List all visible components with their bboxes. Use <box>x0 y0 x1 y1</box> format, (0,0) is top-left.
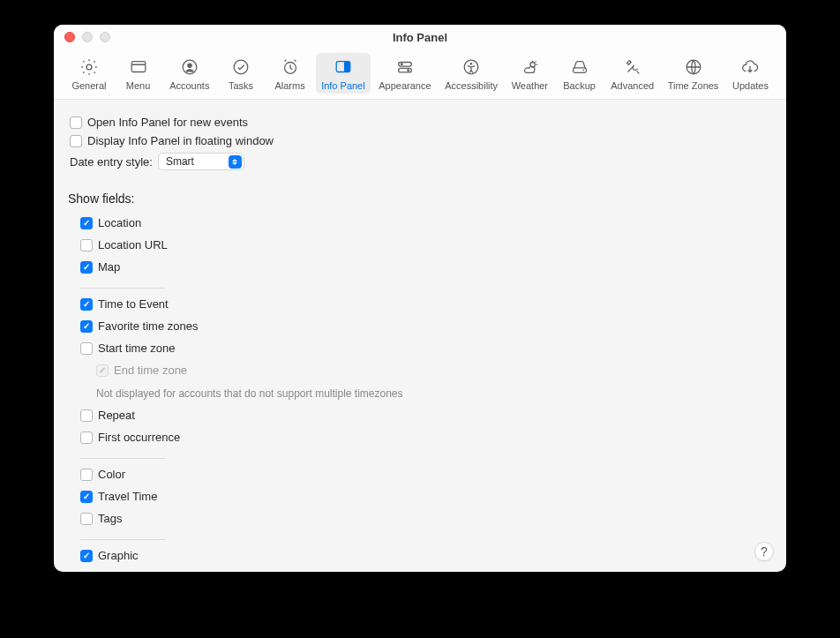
tab-label: Advanced <box>611 80 654 91</box>
location-checkbox[interactable] <box>80 217 93 229</box>
location-url-label: Location URL <box>98 238 168 251</box>
help-button[interactable]: ? <box>754 542 774 561</box>
tab-label: General <box>71 80 106 91</box>
tab-alarms[interactable]: Alarms <box>267 53 313 94</box>
date-entry-style-select[interactable]: Smart <box>158 153 244 170</box>
tab-advanced[interactable]: Advanced <box>605 53 659 94</box>
tab-label: Menu <box>126 80 151 91</box>
svg-point-3 <box>187 63 192 68</box>
preferences-window: Info Panel General Menu Accounts Tasks A… <box>54 25 786 572</box>
window-icon <box>129 56 148 78</box>
repeat-label: Repeat <box>98 409 135 422</box>
tab-general[interactable]: General <box>66 53 112 94</box>
accessibility-icon <box>461 56 481 78</box>
tab-backup[interactable]: Backup <box>557 53 603 94</box>
tab-appearance[interactable]: Appearance <box>373 53 436 94</box>
titlebar: Info Panel <box>54 25 786 49</box>
user-circle-icon <box>180 56 199 78</box>
window-title: Info Panel <box>54 31 786 44</box>
tab-label: Backup <box>563 80 596 91</box>
attachments-checkbox[interactable] <box>80 572 93 573</box>
attachments-label: Attachments <box>98 571 161 572</box>
group-separator <box>80 288 165 289</box>
tab-time-zones[interactable]: Time Zones <box>663 53 724 94</box>
tab-updates[interactable]: Updates <box>727 53 774 94</box>
cloud-download-icon <box>740 56 760 78</box>
cloud-sun-icon <box>520 56 539 78</box>
location-url-checkbox[interactable] <box>80 239 93 251</box>
tab-label: Info Panel <box>321 80 365 91</box>
svg-point-11 <box>407 69 409 71</box>
graphic-checkbox[interactable] <box>80 550 93 562</box>
start-time-zone-label: Start time zone <box>98 342 175 355</box>
group-separator <box>80 539 165 540</box>
preferences-toolbar: General Menu Accounts Tasks Alarms Info … <box>54 49 786 100</box>
svg-rect-15 <box>573 68 586 73</box>
svg-point-13 <box>470 63 473 65</box>
alarm-clock-icon <box>281 56 300 78</box>
tab-menu[interactable]: Menu <box>116 53 161 94</box>
favorite-time-zones-checkbox[interactable] <box>80 320 93 333</box>
hard-drive-icon <box>570 56 589 78</box>
tab-label: Accounts <box>169 80 209 91</box>
end-time-zone-checkbox <box>96 364 109 377</box>
tab-weather[interactable]: Weather <box>506 53 553 94</box>
end-time-zone-label: End time zone <box>114 364 187 377</box>
tab-accessibility[interactable]: Accessibility <box>439 53 503 94</box>
svg-point-9 <box>401 63 403 65</box>
location-label: Location <box>98 216 141 229</box>
time-to-event-label: Time to Event <box>98 297 169 311</box>
tab-label: Weather <box>512 80 548 91</box>
tools-icon <box>623 56 642 78</box>
start-time-zone-checkbox[interactable] <box>80 342 93 355</box>
svg-point-4 <box>234 60 248 74</box>
map-label: Map <box>98 260 120 274</box>
tab-label: Alarms <box>274 80 304 91</box>
svg-rect-1 <box>131 62 146 72</box>
color-checkbox[interactable] <box>80 469 93 481</box>
globe-icon <box>684 56 703 78</box>
sidebar-panel-icon <box>334 56 353 78</box>
gear-icon <box>79 56 99 78</box>
first-occurrence-label: First occurrence <box>98 431 180 444</box>
tags-label: Tags <box>98 512 122 525</box>
graphic-label: Graphic <box>98 549 139 562</box>
svg-point-0 <box>86 64 92 70</box>
tab-label: Appearance <box>379 80 431 91</box>
show-fields-heading: Show fields: <box>68 191 772 206</box>
svg-rect-7 <box>344 62 350 72</box>
multi-timezone-note: Not displayed for accounts that do not s… <box>96 387 772 400</box>
tab-label: Tasks <box>229 80 253 91</box>
travel-time-checkbox[interactable] <box>80 491 93 503</box>
tab-label: Accessibility <box>445 80 498 91</box>
first-occurrence-checkbox[interactable] <box>80 432 93 444</box>
content-pane: Open Info Panel for new events Display I… <box>54 100 786 572</box>
date-entry-style-label: Date entry style: <box>70 155 153 169</box>
date-entry-style-value: Smart <box>166 155 194 168</box>
tab-tasks[interactable]: Tasks <box>218 53 264 94</box>
tags-checkbox[interactable] <box>80 513 93 525</box>
time-to-event-checkbox[interactable] <box>80 298 93 311</box>
repeat-checkbox[interactable] <box>80 409 93 422</box>
floating-window-label: Display Info Panel in floating window <box>87 134 274 147</box>
switches-icon <box>395 56 415 78</box>
open-new-events-label: Open Info Panel for new events <box>87 116 248 129</box>
checkmark-circle-icon <box>231 56 251 78</box>
group-separator <box>80 458 165 459</box>
floating-window-checkbox[interactable] <box>70 135 82 147</box>
map-checkbox[interactable] <box>80 261 93 274</box>
tab-info-panel[interactable]: Info Panel <box>316 53 371 94</box>
show-fields-list: Location Location URL Map Time to Event … <box>68 216 772 572</box>
select-arrows-icon <box>229 155 242 169</box>
travel-time-label: Travel Time <box>98 490 157 503</box>
tab-label: Updates <box>732 80 769 91</box>
open-new-events-checkbox[interactable] <box>70 116 82 129</box>
color-label: Color <box>98 468 125 481</box>
favorite-time-zones-label: Favorite time zones <box>98 319 198 333</box>
help-glyph: ? <box>761 544 768 559</box>
tab-accounts[interactable]: Accounts <box>164 53 214 94</box>
tab-label: Time Zones <box>668 80 719 91</box>
svg-point-16 <box>582 70 584 71</box>
